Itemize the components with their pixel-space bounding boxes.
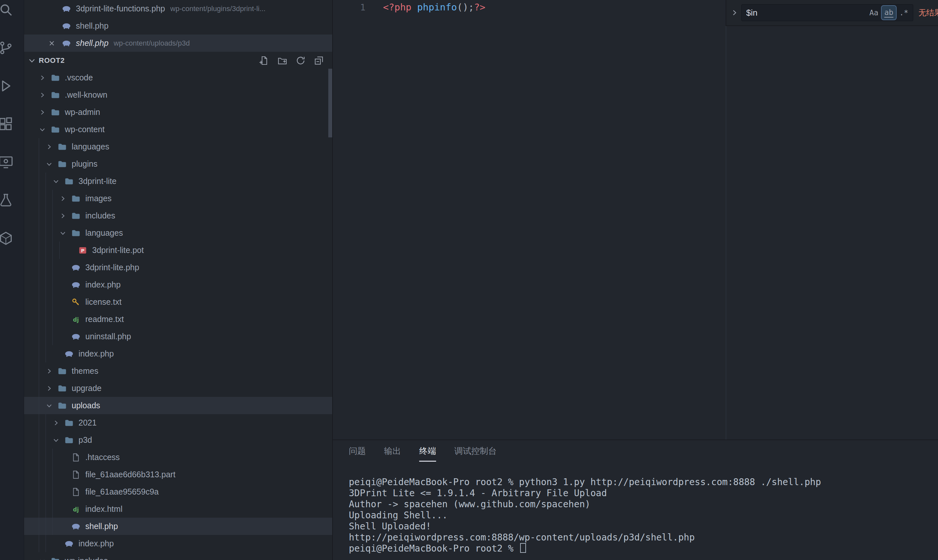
close-button[interactable] xyxy=(46,39,58,47)
indent-guide xyxy=(39,207,46,224)
remote-explorer-icon[interactable] xyxy=(0,154,14,170)
tree-item-index-php[interactable]: index.php xyxy=(24,345,332,362)
tree-item-themes[interactable]: themes xyxy=(24,362,332,380)
minimap-divider xyxy=(725,0,726,440)
extensions-icon[interactable] xyxy=(0,116,14,132)
explorer-section-header[interactable]: ROOT2 xyxy=(24,52,332,69)
folder-icon xyxy=(64,177,74,186)
sidebar-scrollbar[interactable] xyxy=(328,69,332,137)
panel-tab-output[interactable]: 输出 xyxy=(384,445,401,461)
indent-guide xyxy=(52,276,59,293)
indent-guide xyxy=(39,345,46,362)
chevron-right-icon[interactable] xyxy=(46,141,57,153)
new-file-button[interactable] xyxy=(258,54,270,67)
chevron-right-icon[interactable] xyxy=(39,89,51,101)
tree-item-label: 3dprint-lite.pot xyxy=(92,246,144,255)
chevron-down-icon[interactable] xyxy=(46,400,57,412)
chevron-right-icon xyxy=(730,9,738,17)
tree-item-2021[interactable]: 2021 xyxy=(24,414,332,431)
tree-item-file-61aae95659c9a[interactable]: file_61aae95659c9a xyxy=(24,483,332,500)
chevron-down-icon xyxy=(28,56,36,65)
tree-item-readme-txt[interactable]: readme.txt xyxy=(24,311,332,328)
refresh-button[interactable] xyxy=(294,54,307,67)
whole-word-option[interactable]: ab xyxy=(882,6,896,20)
panel-tab-debug-console[interactable]: 调试控制台 xyxy=(454,445,497,461)
testing-icon[interactable] xyxy=(0,192,14,208)
tree-item-p3d[interactable]: p3d xyxy=(24,431,332,449)
twisty-spacer xyxy=(59,331,71,343)
tree-item-includes[interactable]: includes xyxy=(24,207,332,224)
open-editor-item-shell-php[interactable]: shell.phpwp-content/uploads/p3d xyxy=(24,34,332,52)
chevron-down-icon[interactable] xyxy=(59,227,71,239)
indent-guide xyxy=(46,345,52,362)
tree-item-3dprint-lite-pot[interactable]: 3dprint-lite.pot xyxy=(24,242,332,259)
tree-item-index-php[interactable]: index.php xyxy=(24,276,332,293)
tree-item-index-html[interactable]: index.html xyxy=(24,500,332,518)
chevron-down-icon[interactable] xyxy=(52,175,64,187)
tree-item-3dprint-lite-php[interactable]: 3dprint-lite.php xyxy=(24,259,332,276)
collapse-all-button[interactable] xyxy=(313,54,325,67)
tree-item-languages[interactable]: languages xyxy=(24,224,332,242)
tree-item-upgrade[interactable]: upgrade xyxy=(24,380,332,397)
tree-item-3dprint-lite[interactable]: 3dprint-lite xyxy=(24,172,332,190)
indent-guide xyxy=(46,449,52,466)
match-case-option[interactable]: Aa xyxy=(867,6,881,20)
indent-guide xyxy=(59,242,66,259)
chevron-right-icon[interactable] xyxy=(59,193,71,205)
file-tree: .vscode.well-knownwp-adminwp-contentlang… xyxy=(24,69,332,560)
tree-item-vscode[interactable]: .vscode xyxy=(24,69,332,86)
terminal[interactable]: peiqi@PeideMacBook-Pro root2 % python3 1… xyxy=(349,477,932,560)
indent-guide xyxy=(52,466,59,483)
chevron-right-icon[interactable] xyxy=(39,106,51,118)
tree-item-languages[interactable]: languages xyxy=(24,138,332,155)
tree-item-label: index.php xyxy=(79,539,114,548)
chevron-down-icon[interactable] xyxy=(52,434,64,446)
package-icon[interactable] xyxy=(0,231,14,246)
chevron-right-icon[interactable] xyxy=(52,417,64,429)
tree-item-images[interactable]: images xyxy=(24,190,332,207)
tree-item-wp-admin[interactable]: wp-admin xyxy=(24,103,332,121)
panel-tab-terminal[interactable]: 终端 xyxy=(419,445,436,462)
chevron-right-icon[interactable] xyxy=(59,210,71,222)
chevron-right-icon[interactable] xyxy=(46,383,57,394)
tree-item-htaccess[interactable]: .htaccess xyxy=(24,449,332,466)
tree-item-uploads[interactable]: uploads xyxy=(24,397,332,414)
chevron-down-icon[interactable] xyxy=(46,158,57,170)
file-icon xyxy=(71,470,81,480)
regex-option[interactable]: .* xyxy=(896,6,911,20)
tree-item-uninstall-php[interactable]: uninstall.php xyxy=(24,328,332,345)
editor[interactable]: 1 <?php phpinfo();?> $in Aaab.* 无结果 xyxy=(333,0,938,440)
tree-item-plugins[interactable]: plugins xyxy=(24,155,332,172)
open-editor-item-shell-php[interactable]: shell.php xyxy=(24,17,332,34)
source-control-icon[interactable] xyxy=(0,40,14,56)
tree-item-wp-content[interactable]: wp-content xyxy=(24,121,332,138)
php-icon xyxy=(64,539,74,549)
chevron-right-icon[interactable] xyxy=(39,72,51,84)
tree-item-shell-php[interactable]: shell.php xyxy=(24,518,332,535)
html-icon xyxy=(71,504,81,514)
tree-item-label: .vscode xyxy=(65,73,93,82)
indent-guide xyxy=(46,276,52,293)
php-icon xyxy=(62,4,71,14)
chevron-down-icon[interactable] xyxy=(39,555,51,560)
panel-tab-problems[interactable]: 问题 xyxy=(349,445,366,461)
find-input[interactable]: $in Aaab.* xyxy=(741,4,913,21)
chevron-right-icon[interactable] xyxy=(46,365,57,377)
tree-item-file-61aae6d66b313-part[interactable]: file_61aae6d66b313.part xyxy=(24,466,332,483)
open-editor-label: shell.php xyxy=(76,21,108,31)
indent-guide xyxy=(39,397,46,414)
open-editor-item-3dprint-lite-functions-php[interactable]: 3dprint-lite-functions.phpwp-content/plu… xyxy=(24,0,332,17)
toggle-replace-button[interactable] xyxy=(728,6,741,20)
file-icon xyxy=(71,487,81,497)
tree-item-license-txt[interactable]: license.txt xyxy=(24,293,332,311)
run-debug-icon[interactable] xyxy=(0,78,14,94)
chevron-down-icon[interactable] xyxy=(39,124,51,135)
search-icon[interactable] xyxy=(0,2,14,18)
tree-item-label: themes xyxy=(72,366,99,376)
new-folder-icon xyxy=(277,55,288,66)
new-folder-button[interactable] xyxy=(276,54,288,67)
tree-item-wp-includes[interactable]: wp-includes xyxy=(24,552,332,560)
tree-item-well-known[interactable]: .well-known xyxy=(24,86,332,103)
indent-guide xyxy=(39,328,46,345)
tree-item-index-php[interactable]: index.php xyxy=(24,535,332,552)
